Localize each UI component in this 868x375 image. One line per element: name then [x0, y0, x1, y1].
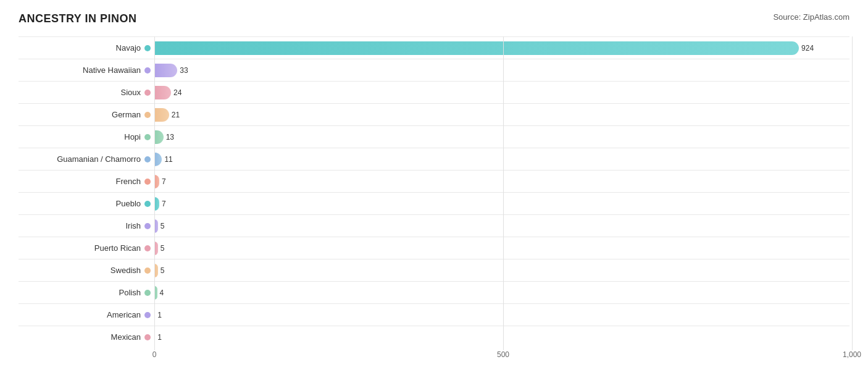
bar-container: 5	[154, 219, 849, 233]
bar-label-text: Swedish	[111, 266, 141, 275]
bar-value-label: 13	[166, 133, 174, 141]
bar-value-label: 1	[157, 333, 162, 342]
bar-container: 4	[154, 286, 849, 300]
x-tick-label: 1,000	[843, 350, 861, 359]
bar-label-text: Puerto Rican	[94, 243, 141, 253]
bar-row: Pueblo7	[19, 192, 849, 214]
bar-label-area: Puerto Rican	[19, 243, 154, 253]
bar-dot	[144, 156, 151, 162]
bar-fill	[154, 219, 158, 233]
bar-label-text: Hopi	[124, 132, 141, 141]
chart-header: ANCESTRY IN PINON Source: ZipAtlas.com	[19, 12, 849, 25]
bar-label-text: Mexican	[111, 332, 141, 342]
bar-label-text: Sioux	[120, 88, 141, 97]
bar-value-label: 21	[172, 111, 180, 119]
bar-value-label: 7	[162, 200, 166, 208]
x-axis: 05001,000	[154, 350, 852, 363]
x-tick-label: 500	[497, 350, 509, 359]
bar-row: Hopi13	[19, 125, 849, 148]
bar-row: Mexican1	[19, 326, 849, 348]
bar-dot	[144, 245, 151, 251]
bar-label-area: Pueblo	[19, 199, 154, 208]
bar-container: 33	[154, 64, 849, 77]
bar-container: 7	[154, 197, 849, 211]
bar-label-text: German	[112, 110, 141, 119]
bar-fill	[154, 86, 171, 99]
bar-fill	[154, 331, 155, 344]
bar-value-label: 24	[173, 88, 182, 97]
bar-label-text: French	[116, 177, 141, 186]
bar-label-text: Pueblo	[116, 199, 141, 208]
bar-fill	[154, 308, 155, 322]
chart-area: Navajo924Native Hawaiian33Sioux24German2…	[19, 36, 849, 363]
bar-label-text: American	[107, 310, 141, 319]
bar-row: Polish4	[19, 281, 849, 303]
bar-value-label: 5	[161, 222, 165, 230]
bar-container: 21	[154, 108, 849, 122]
bar-dot	[144, 268, 151, 274]
bar-row: Native Hawaiian33	[19, 59, 849, 81]
bar-container: 1	[154, 331, 849, 344]
bar-label-text: Native Hawaiian	[83, 65, 141, 75]
bar-dot	[144, 334, 151, 340]
bar-container: 924	[154, 41, 849, 55]
bar-fill	[154, 264, 158, 277]
bar-row: Navajo924	[19, 36, 849, 59]
source-label: Source: ZipAtlas.com	[773, 12, 849, 22]
bar-dot	[144, 67, 151, 74]
bar-row: Puerto Rican5	[19, 237, 849, 259]
bar-value-label: 924	[801, 44, 814, 53]
bar-label-text: Navajo	[116, 43, 141, 53]
bar-fill	[154, 286, 157, 300]
bar-label-area: Polish	[19, 288, 154, 297]
bar-row: Guamanian / Chamorro11	[19, 148, 849, 170]
bar-dot	[144, 312, 151, 318]
bar-row: American1	[19, 303, 849, 326]
bar-container: 13	[154, 130, 849, 144]
bar-container: 11	[154, 153, 849, 166]
bar-value-label: 7	[162, 177, 166, 186]
bar-dot	[144, 223, 151, 229]
bar-row: Swedish5	[19, 259, 849, 281]
bar-value-label: 11	[164, 155, 172, 164]
bar-row: German21	[19, 103, 849, 125]
bar-label-text: Irish	[125, 221, 141, 230]
bar-container: 24	[154, 86, 849, 99]
bar-fill	[154, 197, 159, 211]
bar-dot	[144, 290, 151, 296]
x-tick-label: 0	[152, 350, 157, 359]
bar-value-label: 1	[157, 311, 162, 319]
bar-label-text: Guamanian / Chamorro	[57, 154, 141, 164]
bar-value-label: 4	[160, 289, 164, 297]
bar-dot	[144, 201, 151, 207]
bar-fill	[154, 175, 159, 188]
bar-container: 1	[154, 308, 849, 322]
bar-label-area: Sioux	[19, 88, 154, 97]
bar-label-area: Irish	[19, 221, 154, 230]
bar-fill	[154, 153, 162, 166]
bar-value-label: 33	[180, 66, 188, 75]
bar-fill	[154, 242, 158, 255]
bar-dot	[144, 90, 151, 96]
bar-label-area: Guamanian / Chamorro	[19, 154, 154, 164]
bar-container: 7	[154, 175, 849, 188]
bar-container: 5	[154, 242, 849, 255]
bar-label-area: German	[19, 110, 154, 119]
bar-fill	[154, 64, 177, 77]
bar-row: Sioux24	[19, 81, 849, 103]
grid-line	[852, 36, 853, 350]
bar-label-area: Native Hawaiian	[19, 65, 154, 75]
bar-fill	[154, 130, 164, 144]
bar-row: Irish5	[19, 214, 849, 237]
bar-row: French7	[19, 170, 849, 192]
bar-label-area: American	[19, 310, 154, 319]
bar-label-area: Swedish	[19, 266, 154, 275]
bar-value-label: 5	[161, 266, 165, 275]
bar-label-area: Mexican	[19, 332, 154, 342]
bar-label-area: Navajo	[19, 43, 154, 53]
bar-dot	[144, 45, 151, 51]
bar-dot	[144, 112, 151, 118]
bar-container: 5	[154, 264, 849, 277]
chart-title: ANCESTRY IN PINON	[19, 12, 137, 25]
bar-label-text: Polish	[119, 288, 141, 297]
